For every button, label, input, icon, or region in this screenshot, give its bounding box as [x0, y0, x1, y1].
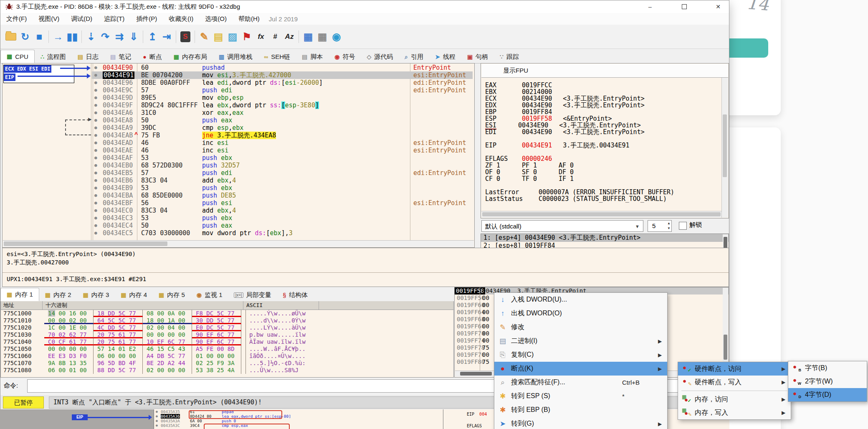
- patches-icon[interactable]: ▨: [225, 29, 240, 44]
- disasm-row[interactable]: ●00434EAD46inc esiesi:EntryPoint: [92, 139, 473, 147]
- menubar-item[interactable]: 调试(D): [65, 13, 98, 25]
- tab-跟踪[interactable]: ∵跟踪: [494, 51, 525, 63]
- tab-笔记[interactable]: ▤笔记: [104, 51, 137, 63]
- register-row[interactable]: EIP00434E913.手工脱壳.00434E91: [485, 142, 725, 149]
- register-row[interactable]: LastStatusC0000023 (STATUS_BUFFER_TOO_SM…: [485, 195, 725, 202]
- calculator-icon[interactable]: ▦: [301, 29, 315, 44]
- disassembly-pane[interactable]: ●00434E9060pushadEntryPoint●00434E91BE 0…: [2, 63, 475, 248]
- bottom-tab-局部变量[interactable]: |x=|局部变量: [228, 289, 277, 301]
- register-row[interactable]: ESI00434E90<3.手工脱壳.EntryPoint>: [485, 122, 725, 129]
- disasm-horizontal-scrollbar[interactable]: [3, 240, 474, 247]
- breakpoint-dot-icon[interactable]: ●: [94, 124, 97, 132]
- dump-row[interactable]: 775C103070 02 62 7720 75 61 7700 00 00 0…: [1, 331, 453, 338]
- menu-item-pop-dword[interactable]: ↑出栈 DWORD(O): [494, 307, 667, 320]
- disasm-row[interactable]: ●00434EAB75 FBjne 3.手工脱壳.434EA8: [92, 132, 473, 139]
- disasm-row[interactable]: ●00434EC5C703 03000000mov dword ptr ds:[…: [92, 229, 473, 237]
- breakpoint-dot-icon[interactable]: ●: [94, 117, 97, 124]
- breakpoint-dot-icon[interactable]: ●: [94, 192, 97, 199]
- tab-符号[interactable]: ◉符号: [329, 51, 361, 63]
- dump-row[interactable]: 775C105000 00 00 0057 14 01 E246 15 C5 4…: [1, 345, 453, 353]
- pause-icon[interactable]: ▮▮: [65, 29, 79, 44]
- minimize-button[interactable]: –: [638, 0, 662, 13]
- dump-row[interactable]: 775C1060EE E3 D3 F006 00 00 00A4 DB 5C 7…: [1, 353, 453, 360]
- register-row[interactable]: LastError0000007A (ERROR_INSUFFICIENT_BU…: [485, 189, 725, 195]
- run-icon[interactable]: →: [51, 29, 65, 44]
- breakpoint-dot-icon[interactable]: ●: [94, 94, 97, 102]
- breakpoint-dot-icon[interactable]: ●: [94, 177, 97, 184]
- disasm-row[interactable]: ●00434EB953push ebx: [92, 184, 473, 192]
- breakpoint-dot-icon[interactable]: ●: [94, 109, 97, 117]
- fx-icon[interactable]: fx: [254, 29, 268, 44]
- register-row[interactable]: ECX00434E90<3.手工脱壳.EntryPoint>: [485, 95, 725, 102]
- menubar-item[interactable]: 文件(F): [0, 13, 33, 25]
- disasm-row[interactable]: ●00434EBF56push esiesi:EntryPoint: [92, 199, 473, 207]
- calling-convention-select[interactable]: 默认 (stdcall) ▼: [481, 220, 643, 232]
- bottom-tab-内存 4[interactable]: ▦内存 4: [115, 289, 153, 301]
- breakpoint-dot-icon[interactable]: ●: [94, 147, 97, 154]
- breakpoint-dot-icon[interactable]: ●: [94, 86, 97, 94]
- disasm-row[interactable]: ●00434E9060pushadEntryPoint: [92, 64, 473, 71]
- breakpoint-dot-icon[interactable]: ●: [94, 139, 97, 147]
- depth-stepper[interactable]: 5 ▲▼: [648, 220, 672, 232]
- tab-内存布局[interactable]: ▦内存布局: [168, 51, 213, 63]
- register-row[interactable]: EDX00434E90<3.手工脱壳.EntryPoint>: [485, 102, 725, 109]
- registers-vertical-scrollbar[interactable]: [721, 78, 728, 218]
- submenu-item-bp-dword[interactable]: ●D4字节(D): [788, 388, 867, 401]
- flag-icon[interactable]: ⚑: [240, 29, 254, 44]
- submenu-item-memory-bp-write[interactable]: ▦●✎内存，写入▶: [678, 406, 791, 419]
- submenu-item-memory-bp-access[interactable]: ▦●✓内存，访问▶: [678, 393, 791, 406]
- disasm-row[interactable]: ●00434EC083C3 04add ebx,4: [92, 207, 473, 214]
- disasm-row[interactable]: ●00434EB683C3 04add ebx,4: [92, 177, 473, 184]
- disasm-row[interactable]: ●00434EB557push ediedi:EntryPoint: [92, 169, 473, 177]
- breakpoint-dot-icon[interactable]: ●: [94, 199, 97, 207]
- breakpoint-dot-icon[interactable]: ●: [94, 71, 97, 79]
- disasm-row[interactable]: ●00434EB068 572D0300push 32D57: [92, 162, 473, 169]
- bottom-tab-内存 1[interactable]: ▦内存 1: [0, 288, 39, 301]
- registers-horizontal-scrollbar[interactable]: [481, 211, 721, 218]
- open-file-icon[interactable]: [4, 29, 18, 44]
- disasm-row[interactable]: ●00434EA850push eax: [92, 117, 473, 124]
- stack-vertical-scrollbar[interactable]: [723, 288, 728, 371]
- dump-row[interactable]: 775C101000 00 02 0064 5C 5C 7718 00 1A 0…: [1, 317, 453, 324]
- seh-badge-icon[interactable]: S: [178, 29, 192, 44]
- breakpoint-dot-icon[interactable]: ●: [94, 184, 97, 192]
- hash-icon[interactable]: #: [268, 29, 282, 44]
- menubar-item[interactable]: 收藏夹(I): [163, 13, 199, 25]
- disasm-row[interactable]: ●00434E968DBE 00A0FDFFlea edi,dword ptr …: [92, 79, 473, 86]
- dump-row[interactable]: 775C108006 00 01 0088 DD 5C 7702 00 00 0…: [1, 367, 453, 374]
- disasm-row[interactable]: ●00434EAF53push ebx: [92, 154, 473, 162]
- close-button[interactable]: ✕: [706, 0, 730, 13]
- tab-断点[interactable]: ●断点: [137, 51, 167, 63]
- dump-row[interactable]: 775C1040C0 CF 61 7720 75 61 7710 EF 6C 7…: [1, 338, 453, 345]
- memory-dump-pane[interactable]: 地址 十六进制 ASCII 775C100014 00 16 0018 DD 5…: [0, 301, 454, 378]
- breakpoint-dot-icon[interactable]: ●: [94, 132, 97, 139]
- notes-icon[interactable]: ▤: [211, 29, 225, 44]
- disasm-row[interactable]: ●00434EAE46inc esiesi:EntryPoint: [92, 147, 473, 154]
- argument-row[interactable]: 1: [esp+4] 00434E90 <3.手工脱壳.EntryPoint>: [481, 234, 729, 242]
- register-row[interactable]: EAX0019FFCC: [485, 82, 725, 89]
- disasm-row[interactable]: ●00434EC353push ebx: [92, 214, 473, 222]
- disasm-row[interactable]: ●00434EA939DCcmp esp,ebx: [92, 124, 473, 132]
- registers-pane[interactable]: 显示FPU EAX0019FFCCEBX00214000ECX00434E90<…: [481, 63, 729, 218]
- breakpoint-dot-icon[interactable]: ●: [94, 229, 97, 237]
- menu-item-breakpoint[interactable]: ●断点(K)▶: [494, 362, 667, 376]
- breakpoint-dot-icon[interactable]: ●: [94, 169, 97, 177]
- disasm-row[interactable]: ●00434E9D89E5mov ebp,esp: [92, 94, 473, 102]
- globe-icon[interactable]: ◉: [329, 29, 344, 44]
- breakpoint-dot-icon[interactable]: ●: [94, 154, 97, 162]
- tab-调用堆栈[interactable]: ▥调用堆栈: [213, 51, 258, 63]
- tab-日志[interactable]: ▤日志: [72, 51, 104, 63]
- bottom-tab-监视 1[interactable]: ◉监视 1: [191, 289, 228, 301]
- disasm-row[interactable]: ●00434E9C57push ediedi:EntryPoint: [92, 86, 473, 94]
- tab-源代码[interactable]: ◇源代码: [361, 51, 399, 63]
- dump-row[interactable]: 775C100014 00 16 0018 DD 5C 7708 00 0A 0…: [1, 310, 453, 317]
- step-over-icon[interactable]: ↷: [98, 29, 112, 44]
- step-into-icon[interactable]: ⇣: [84, 29, 98, 44]
- submenu-item-hardware-bp-write[interactable]: ●✎硬件断点，写入▶: [678, 376, 791, 389]
- breakpoint-dot-icon[interactable]: ●: [94, 162, 97, 169]
- submenu-item-hardware-bp-access[interactable]: ●✓硬件断点，访问▶: [678, 362, 791, 376]
- dump-row[interactable]: 775C10709A 8B 13 3596 5D BD 4F8E 2D A2 4…: [1, 360, 453, 367]
- breakpoint-dot-icon[interactable]: ●: [94, 214, 97, 222]
- menu-item-copy[interactable]: ⎘复制(C)▶: [494, 348, 667, 362]
- bottom-tab-内存 3[interactable]: ▦内存 3: [77, 289, 115, 301]
